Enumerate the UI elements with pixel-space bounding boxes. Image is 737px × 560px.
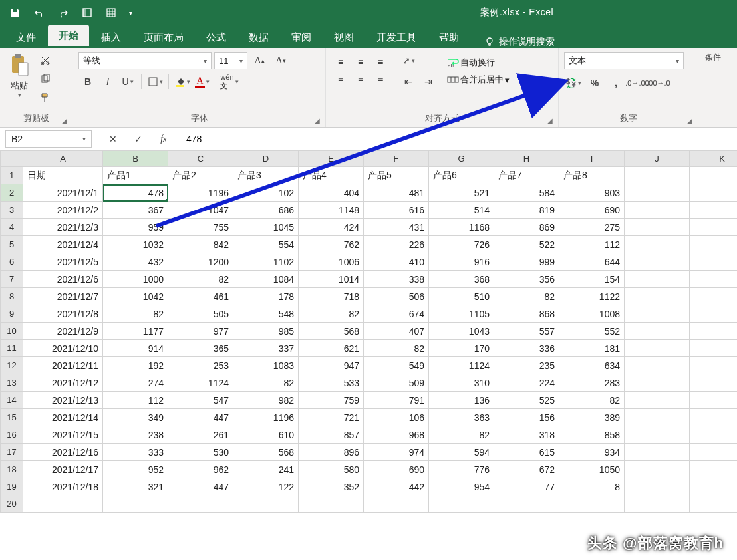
cell[interactable]: [690, 374, 738, 392]
cell[interactable]: 2021/12/14: [23, 409, 103, 426]
cell[interactable]: 产品2: [168, 167, 233, 184]
tab-insert[interactable]: 插入: [90, 27, 132, 48]
cell[interactable]: 2021/12/8: [23, 305, 103, 323]
cell[interactable]: 934: [559, 444, 625, 461]
font-size-select[interactable]: 11▾: [214, 52, 247, 69]
row-header[interactable]: 8: [1, 288, 23, 305]
cell[interactable]: 235: [494, 357, 559, 374]
col-header[interactable]: J: [625, 151, 690, 167]
cell[interactable]: 672: [494, 461, 559, 478]
cell[interactable]: 2021/12/9: [23, 323, 103, 340]
align-bottom-button[interactable]: ≡: [371, 53, 390, 70]
cell[interactable]: 580: [299, 461, 364, 478]
align-left-button[interactable]: ≡: [331, 72, 350, 89]
col-header[interactable]: K: [690, 151, 738, 167]
cell[interactable]: 1200: [168, 253, 233, 271]
cell[interactable]: 952: [103, 461, 168, 478]
cell[interactable]: [690, 495, 738, 513]
cell[interactable]: 136: [429, 392, 494, 409]
cell[interactable]: [625, 253, 690, 271]
cell[interactable]: 82: [168, 271, 233, 288]
cell[interactable]: [559, 495, 625, 513]
cell[interactable]: 533: [299, 374, 364, 392]
cell[interactable]: [625, 323, 690, 340]
orientation-button[interactable]: ⤢▾: [399, 52, 418, 69]
cell[interactable]: 2021/12/12: [23, 374, 103, 392]
comma-button[interactable]: ,: [607, 74, 625, 92]
cell[interactable]: 224: [494, 374, 559, 392]
cell[interactable]: 407: [364, 323, 429, 340]
tab-developer[interactable]: 开发工具: [366, 27, 427, 48]
cell[interactable]: [625, 495, 690, 513]
number-format-select[interactable]: 文本▾: [564, 52, 684, 69]
decrease-indent-button[interactable]: ⇤: [399, 73, 418, 90]
cell[interactable]: 2021/12/4: [23, 236, 103, 253]
row-header[interactable]: 9: [1, 305, 23, 323]
cell[interactable]: 1014: [299, 271, 364, 288]
cell[interactable]: 368: [429, 271, 494, 288]
cell[interactable]: 156: [494, 409, 559, 426]
cell[interactable]: 522: [494, 236, 559, 253]
cell[interactable]: [690, 219, 738, 236]
cell[interactable]: [625, 357, 690, 374]
cell[interactable]: [625, 392, 690, 409]
cell[interactable]: 1148: [299, 202, 364, 219]
cell[interactable]: [233, 495, 299, 513]
cell[interactable]: 170: [429, 340, 494, 357]
cell[interactable]: 283: [559, 374, 625, 392]
row-header[interactable]: 3: [1, 202, 23, 219]
cell[interactable]: 858: [559, 426, 625, 444]
cut-button[interactable]: [37, 53, 53, 68]
cell[interactable]: 791: [364, 392, 429, 409]
cell[interactable]: 1032: [103, 236, 168, 253]
cell[interactable]: 509: [364, 374, 429, 392]
cell[interactable]: 431: [364, 219, 429, 236]
cell[interactable]: 442: [364, 478, 429, 495]
cell[interactable]: 762: [299, 236, 364, 253]
col-header[interactable]: E: [299, 151, 364, 167]
cell[interactable]: 954: [429, 478, 494, 495]
cell[interactable]: [690, 253, 738, 271]
row-header[interactable]: 2: [1, 184, 23, 202]
align-middle-button[interactable]: ≡: [351, 53, 370, 70]
cell[interactable]: 615: [494, 444, 559, 461]
cell[interactable]: [690, 357, 738, 374]
cell[interactable]: 1196: [168, 184, 233, 202]
cell[interactable]: [690, 323, 738, 340]
cell[interactable]: [625, 374, 690, 392]
cell[interactable]: 2021/12/13: [23, 392, 103, 409]
border-button[interactable]: ▾: [146, 73, 164, 90]
cell[interactable]: 514: [429, 202, 494, 219]
font-color-button[interactable]: A▾: [193, 73, 212, 90]
cell[interactable]: 106: [364, 409, 429, 426]
cell[interactable]: 584: [494, 184, 559, 202]
cell[interactable]: 616: [364, 202, 429, 219]
tab-review[interactable]: 审阅: [281, 27, 322, 48]
row-header[interactable]: 10: [1, 323, 23, 340]
save-button[interactable]: [5, 3, 25, 22]
cell[interactable]: 718: [299, 288, 364, 305]
cell[interactable]: 2021/12/16: [23, 444, 103, 461]
row-header[interactable]: 19: [1, 478, 23, 495]
cell[interactable]: 2021/12/2: [23, 202, 103, 219]
cell[interactable]: [625, 202, 690, 219]
cell[interactable]: 日期: [23, 167, 103, 184]
cell[interactable]: 982: [233, 392, 299, 409]
cell[interactable]: 321: [103, 478, 168, 495]
percent-button[interactable]: %: [585, 74, 604, 92]
bold-button[interactable]: B: [78, 73, 97, 90]
cell[interactable]: 1000: [103, 271, 168, 288]
cell[interactable]: 产品4: [299, 167, 364, 184]
insert-function-button[interactable]: fx: [154, 130, 173, 148]
cell[interactable]: [625, 409, 690, 426]
cell[interactable]: [429, 495, 494, 513]
align-center-button[interactable]: ≡: [351, 72, 370, 89]
cell[interactable]: 2021/12/5: [23, 253, 103, 271]
cell[interactable]: 2021/12/11: [23, 357, 103, 374]
cell[interactable]: 338: [364, 271, 429, 288]
cell[interactable]: 356: [494, 271, 559, 288]
cell[interactable]: [690, 340, 738, 357]
cell[interactable]: 410: [364, 253, 429, 271]
cell[interactable]: 112: [559, 236, 625, 253]
cell[interactable]: 549: [364, 357, 429, 374]
